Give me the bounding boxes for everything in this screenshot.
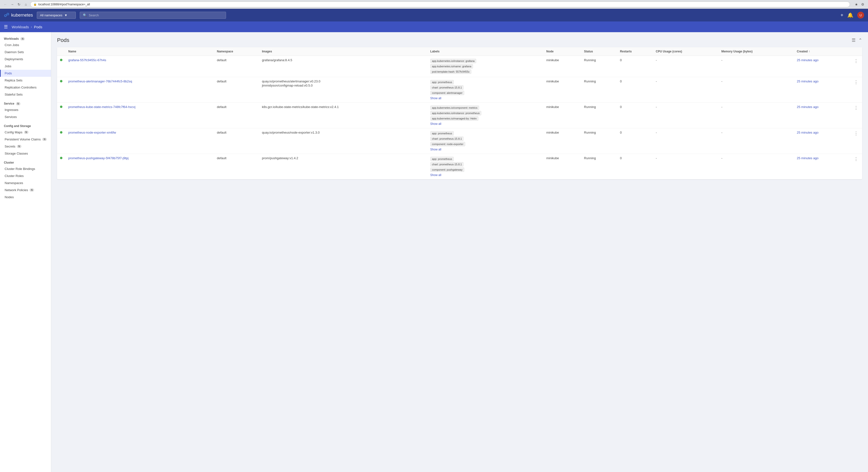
sidebar-item-label: Jobs (5, 64, 11, 68)
created-link[interactable]: 25 minutes ago (797, 58, 818, 62)
home-btn[interactable]: ⌂ (23, 2, 28, 7)
sidebar-item-replication-controllers[interactable]: Replication Controllers (0, 84, 51, 91)
table-row: prometheus-node-exporter-xm6fwdefaultqua… (57, 128, 862, 154)
sidebar-item-cluster-roles[interactable]: Cluster Roles (0, 172, 51, 180)
pods-table: Name Namespace Images Labels Node Status… (57, 47, 862, 179)
row-menu-button[interactable]: ⋮ (853, 105, 859, 111)
memory-cell: - (718, 56, 794, 77)
pod-name-link[interactable]: prometheus-kube-state-metrics-748fc7f64-… (68, 105, 135, 109)
row-menu-button[interactable]: ⋮ (853, 131, 859, 136)
image-entry: grafana/grafana:8.4.5 (262, 58, 424, 62)
col-images: Images (259, 47, 427, 56)
sidebar-item-replica-sets[interactable]: Replica Sets (0, 77, 51, 84)
sidebar-section-service-label: Service (4, 102, 14, 105)
table-header: Name Namespace Images Labels Node Status… (57, 47, 862, 56)
sidebar-menu-button[interactable]: ☰ (4, 24, 8, 30)
add-button[interactable]: + (840, 12, 843, 18)
sidebar-item-services[interactable]: Services (0, 114, 51, 120)
sidebar-item-label: Services (5, 115, 17, 119)
sidebar-section-cluster: Cluster (0, 159, 51, 165)
sidebar-item-config-maps[interactable]: Config Maps N (0, 129, 51, 136)
sidebar-item-label: Ingresses (5, 108, 18, 112)
col-status (57, 47, 65, 56)
back-btn[interactable]: ← (3, 2, 8, 7)
sidebar-item-network-policies[interactable]: Network Policies N (0, 187, 51, 194)
namespace-selector[interactable]: All namespaces ▼ (37, 12, 76, 19)
sidebar-item-cron-jobs[interactable]: Cron Jobs (0, 41, 51, 49)
namespace-cell: default (214, 154, 259, 180)
breadcrumb-bar: ☰ Workloads › Pods (0, 22, 868, 32)
show-all-link[interactable]: Show all (430, 174, 441, 177)
sidebar-section-cluster-label: Cluster (4, 161, 14, 164)
refresh-btn[interactable]: ↻ (17, 2, 22, 7)
sidebar-item-nodes[interactable]: Nodes (0, 194, 51, 201)
col-status-text: Status (581, 47, 617, 56)
row-menu-button[interactable]: ⋮ (853, 80, 859, 85)
sidebar-item-stateful-sets[interactable]: Stateful Sets (0, 91, 51, 98)
sidebar-item-pods[interactable]: Pods (0, 70, 51, 77)
label-tag: app: prometheus (430, 80, 454, 84)
label-tag: component: pushgateway (430, 167, 464, 172)
label-tag: pod-template-hash: 557fc9455c (430, 69, 471, 74)
image-entry: jimmidyson/configmap-reload:v0.5.0 (262, 84, 424, 87)
notifications-button[interactable]: 🔔 (847, 12, 854, 18)
collapse-icon[interactable]: ⌃ (859, 37, 862, 43)
address-bar[interactable]: 🔒 localhost:10888/#/pod?namespace=_all (30, 1, 850, 7)
created-link[interactable]: 25 minutes ago (797, 80, 818, 83)
sidebar-item-daemon-sets[interactable]: Daemon Sets (0, 49, 51, 56)
sidebar-item-deployments[interactable]: Deployments (0, 56, 51, 63)
image-entry: quay.io/prometheus/node-exporter:v1.3.0 (262, 131, 424, 134)
sidebar-item-label: Deployments (5, 57, 23, 61)
pod-name-link[interactable]: prometheus-alertmanager-76b7444fc5-8b2sq (68, 80, 132, 83)
col-namespace[interactable]: Namespace (214, 47, 259, 56)
show-all-link[interactable]: Show all (430, 97, 441, 100)
restarts-cell: 0 (617, 56, 653, 77)
search-input[interactable] (89, 13, 223, 17)
sidebar-item-secrets[interactable]: Secrets N (0, 143, 51, 150)
node-cell: minikube (543, 56, 581, 77)
bookmark-btn[interactable]: ★ (854, 2, 859, 7)
pod-name-link[interactable]: prometheus-node-exporter-xm6fw (68, 131, 116, 134)
label-tag: app: prometheus (430, 157, 454, 161)
search-bar[interactable]: 🔍 (80, 12, 226, 19)
row-menu-button[interactable]: ⋮ (853, 58, 859, 64)
sidebar-item-label: Namespaces (5, 181, 23, 185)
created-link[interactable]: 25 minutes ago (797, 131, 818, 134)
labels-cell: app.kubernetes.io/instance: grafanaapp.k… (427, 56, 544, 77)
created-link[interactable]: 25 minutes ago (797, 156, 818, 160)
cpu-cell: - (653, 103, 718, 128)
label-tag: app.kubernetes.io/managed-by: Helm (430, 116, 478, 121)
sidebar-item-label: Cron Jobs (5, 43, 19, 47)
cpu-cell: - (653, 77, 718, 103)
sidebar-item-jobs[interactable]: Jobs (0, 63, 51, 70)
sidebar-item-label: Persistent Volume Claims (5, 137, 41, 141)
divider-2 (0, 120, 51, 122)
images-cell: grafana/grafana:8.4.5 (259, 56, 427, 77)
sidebar-item-cluster-role-bindings[interactable]: Cluster Role Bindings (0, 165, 51, 172)
search-icon: 🔍 (83, 13, 87, 17)
filter-icon[interactable]: ☰ (852, 37, 856, 43)
sidebar-item-label: Nodes (5, 195, 14, 199)
created-link[interactable]: 25 minutes ago (797, 105, 818, 109)
pod-name-link[interactable]: prometheus-pushgateway-5f478b75f7-j9tpj (68, 156, 128, 160)
sidebar-item-ingresses[interactable]: Ingresses (0, 106, 51, 114)
col-cpu: CPU Usage (cores) (653, 47, 718, 56)
show-all-link[interactable]: Show all (430, 122, 441, 126)
content-area: Pods ☰ ⌃ Name Namespace Images Labels No… (51, 32, 868, 472)
col-labels: Labels (427, 47, 544, 56)
col-created[interactable]: Created ↑ (794, 47, 850, 56)
sidebar-item-namespaces[interactable]: Namespaces (0, 180, 51, 187)
col-name[interactable]: Name (65, 47, 214, 56)
label-tag: app.kubernetes.io/component: metrics (430, 105, 479, 110)
sidebar-item-pvc[interactable]: Persistent Volume Claims N (0, 136, 51, 143)
sidebar-item-storage-classes[interactable]: Storage Classes (0, 150, 51, 157)
pod-name-link[interactable]: grafana-557fc9455c-67h4s (68, 58, 106, 62)
breadcrumb-parent[interactable]: Workloads (12, 25, 29, 29)
namespace-cell: default (214, 56, 259, 77)
extensions-btn[interactable]: ⚙ (860, 2, 865, 7)
forward-btn[interactable]: → (10, 2, 14, 7)
row-menu-button[interactable]: ⋮ (853, 156, 859, 162)
cpu-cell: - (653, 128, 718, 154)
show-all-link[interactable]: Show all (430, 148, 441, 151)
cpu-cell: - (653, 56, 718, 77)
